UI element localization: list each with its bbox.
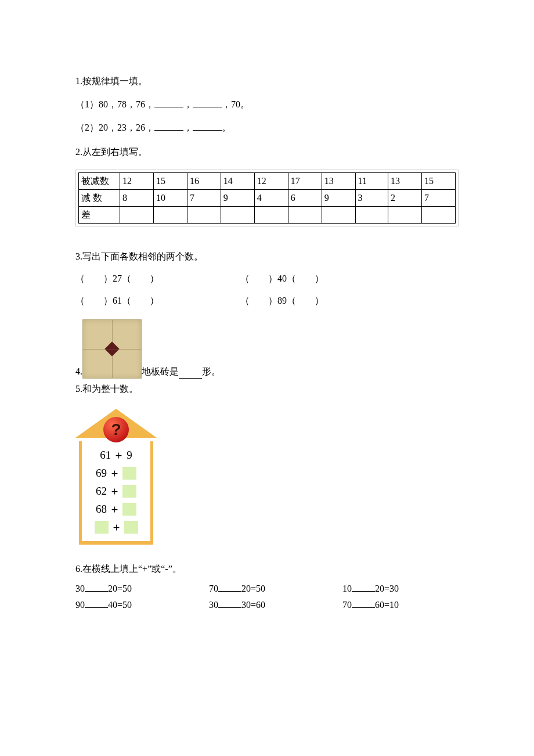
blank[interactable] (179, 369, 202, 379)
answer-cell[interactable] (254, 207, 288, 224)
cell: 17 (288, 173, 322, 190)
operator-blank[interactable] (352, 582, 375, 592)
q5-title: 5.和为整十数。 (75, 382, 459, 396)
question-1: 1.按规律填一填。 （1）80，78，76，，，70。 （2）20，23，26，… (75, 74, 459, 135)
addend-left: 69 (96, 465, 107, 482)
row-label-subtrahend: 减 数 (79, 190, 120, 207)
cell: 7 (187, 190, 221, 207)
plus-icon: ＋ (109, 465, 120, 482)
cell: 12 (120, 173, 154, 190)
operator-blank[interactable] (85, 598, 108, 608)
answer-cell[interactable] (322, 207, 355, 224)
cell: 9 (221, 190, 254, 207)
q3-row-1: （ ）27（ ） （ ）40（ ） (75, 272, 459, 286)
addend-left: 61 (100, 447, 111, 464)
blank[interactable] (154, 121, 183, 131)
q4-prefix: 4. (75, 365, 82, 379)
operand-a: 70 (209, 584, 218, 593)
equation-item: 3030=60 (209, 598, 325, 612)
answer-box[interactable] (122, 503, 136, 516)
answer-cell[interactable] (120, 207, 154, 224)
row-label-minuend: 被减数 (79, 173, 120, 190)
question-mark-icon: ? (111, 417, 121, 442)
q2-table-wrap: 被减数 12 15 16 14 12 17 13 11 13 15 减 数 8 … (75, 170, 459, 226)
operand-a: 30 (209, 600, 218, 610)
answer-box[interactable] (95, 521, 109, 534)
equation-rest: 60=10 (375, 600, 399, 610)
answer-cell[interactable] (288, 207, 322, 224)
operand-a: 10 (342, 584, 352, 593)
question-3: 3.写出下面各数相邻的两个数。 （ ）27（ ） （ ）40（ ） （ ）61（… (75, 250, 459, 308)
question-6: 6.在横线上填上“+”或“-”。 3020=507020=501020=3090… (75, 562, 459, 612)
plus-icon: ＋ (109, 483, 120, 500)
diamond-icon (104, 341, 119, 356)
cell: 6 (288, 190, 322, 207)
equation-item: 1020=30 (342, 582, 459, 596)
house-row: 69＋ (86, 466, 146, 481)
question-4: 4. 地板砖是形。 (75, 319, 459, 379)
operator-blank[interactable] (352, 598, 375, 608)
blank[interactable] (193, 121, 222, 131)
answer-cell[interactable] (153, 207, 187, 224)
cell: 4 (254, 190, 288, 207)
cell: 2 (388, 190, 422, 207)
answer-box[interactable] (124, 521, 138, 534)
answer-box[interactable] (122, 467, 136, 480)
equation-item: 7020=50 (209, 582, 325, 596)
operator-blank[interactable] (218, 598, 241, 608)
q6-grid: 3020=507020=501020=309040=503030=607060=… (75, 582, 459, 612)
answer-cell[interactable] (355, 207, 388, 224)
addend-left: 62 (96, 483, 107, 500)
q4-mid: 地板砖是 (142, 365, 179, 379)
answer-cell[interactable] (187, 207, 221, 224)
house-roof: ? (75, 406, 157, 441)
house-row: ＋ (86, 520, 146, 535)
answer-cell[interactable] (221, 207, 254, 224)
q1-line2: （2）20，23，26，，。 (75, 121, 459, 135)
equation-rest: 20=50 (108, 584, 132, 593)
table-row: 被减数 12 15 16 14 12 17 13 11 13 15 (79, 173, 456, 190)
addend-right: 9 (127, 447, 132, 464)
q3-value: 27 (113, 273, 122, 283)
roof-circle-icon: ? (103, 417, 129, 442)
plus-icon: ＋ (113, 447, 124, 464)
q1-line1: （1）80，78，76，，，70。 (75, 98, 459, 111)
cell: 7 (422, 190, 456, 207)
equation-rest: 30=60 (241, 600, 265, 610)
operand-a: 30 (75, 584, 85, 593)
neighbor-item: （ ）27（ ） (75, 272, 238, 286)
operator-blank[interactable] (85, 582, 108, 592)
floor-tile-icon (82, 319, 142, 379)
q3-row-2: （ ）61（ ） （ ）89（ ） (75, 294, 459, 308)
house-row: 62＋ (86, 484, 146, 499)
q2-title: 2.从左到右填写。 (75, 145, 459, 159)
blank[interactable] (193, 98, 222, 107)
operand-a: 70 (342, 600, 352, 610)
question-2: 2.从左到右填写。 (75, 145, 459, 159)
plus-icon: ＋ (111, 519, 122, 536)
equation-item: 7060=10 (342, 598, 459, 612)
number-house: ? 61＋969＋62＋68＋＋ (75, 406, 157, 545)
cell: 16 (187, 173, 221, 190)
operator-blank[interactable] (218, 582, 241, 592)
q1-l2-mid: ， (183, 123, 193, 132)
cell: 13 (322, 173, 355, 190)
neighbor-item: （ ）40（ ） (240, 272, 403, 286)
q3-value: 61 (113, 296, 122, 305)
q1-l1-prefix: （1）80，78，76， (75, 99, 154, 109)
answer-cell[interactable] (422, 207, 456, 224)
answer-box[interactable] (122, 485, 136, 498)
cell: 11 (355, 173, 388, 190)
q1-l1-suffix: ，70。 (222, 99, 250, 109)
equation-item: 9040=50 (75, 598, 192, 612)
answer-cell[interactable] (388, 207, 422, 224)
q1-l2-prefix: （2）20，23，26， (75, 123, 154, 132)
cell: 3 (355, 190, 388, 207)
cell: 14 (221, 173, 254, 190)
equation-rest: 20=30 (375, 584, 399, 593)
blank[interactable] (154, 98, 183, 107)
q1-l2-suffix: 。 (222, 123, 231, 132)
q1-title: 1.按规律填一填。 (75, 74, 459, 88)
equation-rest: 40=50 (108, 600, 132, 610)
cell: 12 (254, 173, 288, 190)
